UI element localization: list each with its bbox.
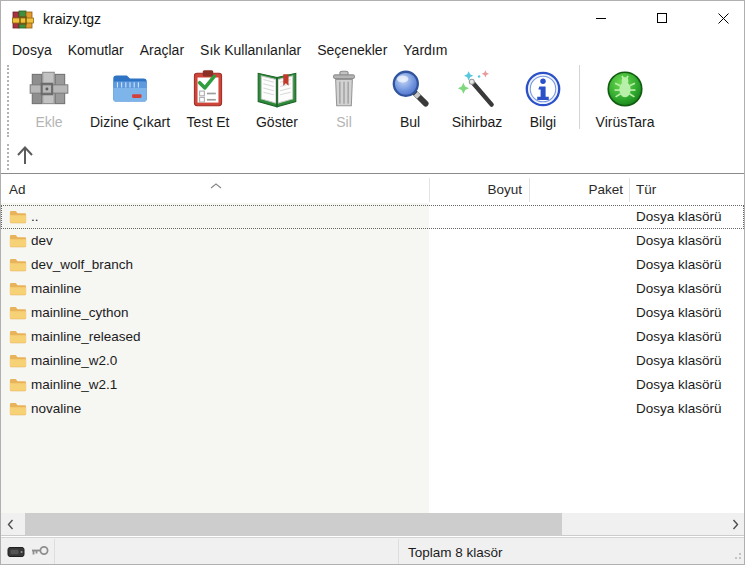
wizard-wand-icon: [454, 66, 500, 112]
title-bar[interactable]: kraizy.tgz: [1, 1, 744, 39]
toolbar-button-wizard[interactable]: Sihirbaz: [442, 62, 512, 136]
delete-trash-icon: [321, 66, 367, 112]
close-button[interactable]: [702, 1, 744, 35]
resize-grip[interactable]: [732, 546, 742, 564]
folder-icon: [9, 401, 27, 416]
toolbar-separator: [579, 65, 580, 129]
menu-secenekler[interactable]: Seçenekler: [309, 39, 395, 61]
scroll-right-arrow-icon[interactable]: [726, 513, 744, 535]
table-row-mainline-cython[interactable]: mainline_cython Dosya klasörü: [1, 301, 744, 325]
menu-yardim[interactable]: Yardım: [395, 39, 455, 61]
toolbar-label-virus-scan: VirüsTara: [596, 114, 655, 130]
column-header-tur[interactable]: Tür: [636, 182, 656, 197]
status-indicators: [7, 544, 50, 564]
file-rows: .. Dosya klasörü dev Dosya klasörü dev_w…: [1, 205, 744, 421]
file-list-body: .. Dosya klasörü dev Dosya klasörü dev_w…: [1, 203, 744, 514]
minimize-button[interactable]: [580, 1, 622, 35]
table-row-novaline[interactable]: novaline Dosya klasörü: [1, 397, 744, 421]
file-name: dev_wolf_branch: [31, 257, 133, 272]
table-row-mainline-w21[interactable]: mainline_w2.1 Dosya klasörü: [1, 373, 744, 397]
column-divider[interactable]: [429, 178, 430, 202]
toolbar-label-delete: Sil: [336, 114, 352, 130]
folder-icon: [9, 233, 27, 248]
statusbar-divider: [54, 539, 55, 565]
toolbar-button-test[interactable]: Test Et: [172, 62, 244, 136]
toolbar-button-virus-scan[interactable]: VirüsTara: [585, 62, 665, 136]
test-clipboard-icon: [185, 66, 231, 112]
folder-icon: [9, 353, 27, 368]
up-directory-button[interactable]: [12, 144, 38, 170]
column-header-paket[interactable]: Paket: [529, 182, 623, 197]
toolbar-label-add: Ekle: [35, 114, 62, 130]
toolbar: Ekle Dizine Çıkart: [1, 62, 744, 141]
folder-icon: [9, 329, 27, 344]
toolbar-label-info: Bilgi: [530, 114, 556, 130]
toolbar-button-extract[interactable]: Dizine Çıkart: [88, 62, 172, 136]
toolbar-label-find: Bul: [400, 114, 420, 130]
key-icon: [30, 544, 50, 564]
status-bar: Toplam 8 klasör: [1, 537, 744, 565]
winrar-books-icon: [12, 9, 34, 31]
file-name: mainline_released: [31, 329, 141, 344]
toolbar-button-find[interactable]: Bul: [378, 62, 442, 136]
folder-icon: [9, 257, 27, 272]
horizontal-scrollbar[interactable]: [1, 513, 744, 535]
up-arrow-icon: [15, 144, 35, 170]
extract-folder-icon: [107, 66, 153, 112]
file-name: ..: [31, 209, 39, 224]
statusbar-divider: [398, 539, 399, 565]
column-header-row: Ad Boyut Paket Tür: [1, 175, 744, 203]
maximize-button[interactable]: [641, 1, 683, 35]
file-type: Dosya klasörü: [636, 329, 722, 344]
toolbar-label-test: Test Et: [187, 114, 230, 130]
table-row-parent-dir[interactable]: .. Dosya klasörü: [1, 205, 744, 229]
file-type: Dosya klasörü: [636, 281, 722, 296]
file-name: mainline_cython: [31, 305, 129, 320]
address-bar-gripper[interactable]: [7, 144, 10, 170]
menu-komutlar[interactable]: Komutlar: [60, 39, 132, 61]
scroll-left-arrow-icon[interactable]: [1, 513, 19, 535]
file-type: Dosya klasörü: [636, 233, 722, 248]
menu-bar: Dosya Komutlar Araçlar Sık Kullanılanlar…: [1, 38, 744, 62]
toolbar-label-extract: Dizine Çıkart: [90, 114, 170, 130]
sort-ascending-icon: [210, 177, 222, 192]
toolbar-label-view: Göster: [256, 114, 298, 130]
scrollbar-thumb[interactable]: [25, 513, 562, 535]
column-header-boyut[interactable]: Boyut: [429, 182, 522, 197]
column-divider[interactable]: [529, 178, 530, 202]
table-row-dev[interactable]: dev Dosya klasörü: [1, 229, 744, 253]
address-bar: [1, 141, 744, 173]
file-type: Dosya klasörü: [636, 377, 722, 392]
archive-add-icon: [26, 66, 72, 112]
virus-scan-icon: [602, 66, 648, 112]
menu-araclar[interactable]: Araçlar: [132, 39, 192, 61]
disk-icon: [7, 545, 26, 563]
toolbar-button-info[interactable]: Bilgi: [512, 62, 574, 136]
file-name: novaline: [31, 401, 81, 416]
table-row-dev-wolf-branch[interactable]: dev_wolf_branch Dosya klasörü: [1, 253, 744, 277]
menu-dosya[interactable]: Dosya: [4, 39, 60, 61]
folder-icon: [9, 377, 27, 392]
table-row-mainline-released[interactable]: mainline_released Dosya klasörü: [1, 325, 744, 349]
window-title: kraizy.tgz: [43, 11, 101, 27]
toolbar-button-add[interactable]: Ekle: [10, 62, 88, 136]
table-row-mainline-w20[interactable]: mainline_w2.0 Dosya klasörü: [1, 349, 744, 373]
toolbar-button-view[interactable]: Göster: [244, 62, 310, 136]
table-row-mainline[interactable]: mainline Dosya klasörü: [1, 277, 744, 301]
file-type: Dosya klasörü: [636, 401, 722, 416]
file-name: mainline_w2.0: [31, 353, 117, 368]
view-book-icon: [254, 66, 300, 112]
file-type: Dosya klasörü: [636, 353, 722, 368]
file-name: mainline_w2.1: [31, 377, 117, 392]
menu-sik-kullanilanlar[interactable]: Sık Kullanılanlar: [192, 39, 309, 61]
file-type: Dosya klasörü: [636, 257, 722, 272]
toolbar-button-delete[interactable]: Sil: [310, 62, 378, 136]
folder-icon: [9, 305, 27, 320]
column-header-ad[interactable]: Ad: [9, 182, 26, 197]
toolbar-label-wizard: Sihirbaz: [452, 114, 503, 130]
winrar-window: kraizy.tgz Dosya Komutlar Araçlar Sık Ku…: [0, 0, 745, 565]
column-divider[interactable]: [629, 178, 630, 202]
file-name: mainline: [31, 281, 81, 296]
file-name: dev: [31, 233, 53, 248]
info-icon: [520, 66, 566, 112]
